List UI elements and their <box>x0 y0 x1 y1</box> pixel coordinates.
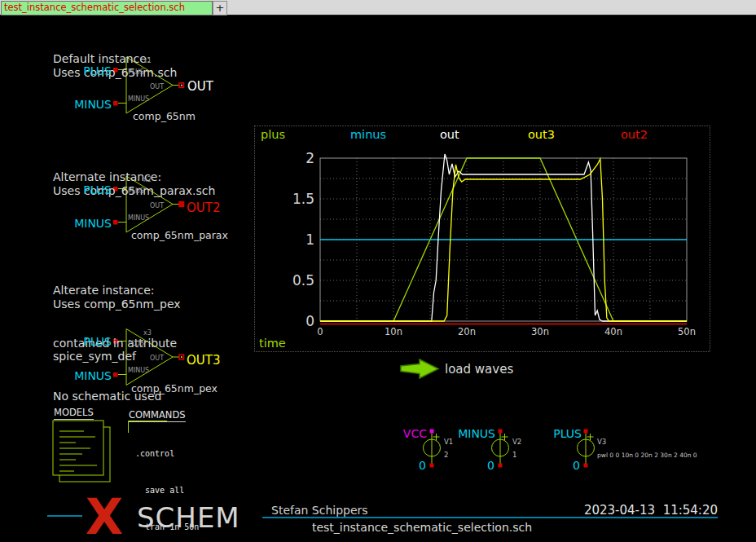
pin-square[interactable] <box>430 430 434 434</box>
net-label-plus[interactable]: PLUS <box>61 335 112 348</box>
net-label-out[interactable]: OUT <box>187 79 213 94</box>
x-tick-label: 40n <box>604 326 622 337</box>
pin-name-minus: MINUS <box>128 95 149 103</box>
graph-widget-border[interactable] <box>255 126 710 352</box>
net-label-gnd[interactable]: 0 <box>556 459 580 472</box>
xschem-logo-x: X <box>86 492 123 541</box>
xschem-window: test_instance_schematic_selection.sch + <box>0 0 756 542</box>
net-label-out3[interactable]: OUT3 <box>187 353 221 368</box>
pin-square[interactable] <box>584 430 588 434</box>
source-name: V3 <box>597 438 606 446</box>
legend-out2[interactable]: out2 <box>621 128 648 141</box>
net-label-plus[interactable]: PLUS <box>533 427 582 440</box>
y-tick-label: 0.5 <box>292 272 314 289</box>
symbol-name: comp_65nm_pex <box>131 382 218 394</box>
x-axis-title: time <box>259 337 286 350</box>
symbol-name: comp_65nm <box>133 110 196 122</box>
x-tick-label: 20n <box>458 326 476 337</box>
pin-name-out: OUT <box>150 202 164 209</box>
pin-name-minus: MINUS <box>128 367 149 374</box>
pin-square[interactable] <box>499 430 503 434</box>
source-name: V2 <box>512 438 521 446</box>
pin-name-plus: PLUS <box>128 187 144 195</box>
x-tick-label: 30n <box>531 326 549 337</box>
x-tick-label: 50n <box>678 326 696 337</box>
pin-dot <box>181 85 182 86</box>
models-icon[interactable] <box>53 421 110 482</box>
pin-square[interactable] <box>499 464 503 468</box>
source-value: 2 <box>444 451 448 459</box>
legend-minus[interactable]: minus <box>350 128 386 141</box>
load-waves-arrow-icon[interactable] <box>401 359 438 378</box>
pin-square[interactable] <box>584 464 588 468</box>
source-value: 1 <box>512 451 516 459</box>
schematic-title: test_instance_schematic_selection.sch <box>235 521 609 534</box>
net-label-gnd[interactable]: 0 <box>402 459 426 472</box>
pin-name-plus: PLUS <box>128 340 144 347</box>
net-label-minus[interactable]: MINUS <box>61 98 112 111</box>
net-label-gnd[interactable]: 0 <box>470 459 494 472</box>
instance-name: x1 <box>143 57 152 64</box>
commands-header: COMMANDS <box>129 409 186 422</box>
legend-plus[interactable]: plus <box>261 128 285 141</box>
instance-name: x3 <box>143 329 152 337</box>
pin-name-out: OUT <box>150 83 164 90</box>
pin-name-minus: MINUS <box>128 214 149 222</box>
y-tick-label: 1 <box>305 231 314 248</box>
waveform-graph[interactable]: plusminusoutout3out200.511.52010n20n30n4… <box>254 126 710 352</box>
datetime-stamp: 2023-04-13 11:54:20 <box>570 503 718 518</box>
net-label-minus[interactable]: MINUS <box>61 217 112 230</box>
source-pwl-value: pwl 0 0 10n 0 20n 2 30n 2 40n 0 <box>597 452 697 459</box>
y-tick-label: 0 <box>305 313 314 329</box>
net-label-plus[interactable]: PLUS <box>61 64 112 77</box>
symbol-name: comp_65nm_parax <box>131 229 228 241</box>
x-tick-label: 10n <box>385 326 402 337</box>
waveform-svg[interactable]: plusminusoutout3out200.511.52010n20n30n4… <box>254 126 710 352</box>
pin-dot <box>181 356 182 358</box>
x-tick-label: 0 <box>317 326 323 337</box>
y-tick-label: 1.5 <box>292 191 314 207</box>
pin-square[interactable] <box>430 464 434 468</box>
net-label-vcc[interactable]: VCC <box>378 427 427 440</box>
y-tick-label: 2 <box>305 150 314 166</box>
net-label-minus[interactable]: MINUS <box>446 427 495 440</box>
net-label-plus[interactable]: PLUS <box>61 183 112 196</box>
models-header: MODELS <box>54 407 94 420</box>
load-waves-launcher[interactable]: load waves <box>445 362 513 377</box>
legend-out[interactable]: out <box>440 128 459 141</box>
pin-name-out: OUT <box>150 355 164 362</box>
xschem-logo-text: SCHEM <box>137 504 240 531</box>
legend-out3[interactable]: out3 <box>528 128 555 141</box>
net-label-out2[interactable]: OUT2 <box>187 200 221 215</box>
author-name: Stefan Schippers <box>271 504 368 517</box>
pin-name-plus: PLUS <box>128 68 144 76</box>
net-label-minus[interactable]: MINUS <box>61 369 112 382</box>
instance-name: x2 <box>143 176 152 183</box>
